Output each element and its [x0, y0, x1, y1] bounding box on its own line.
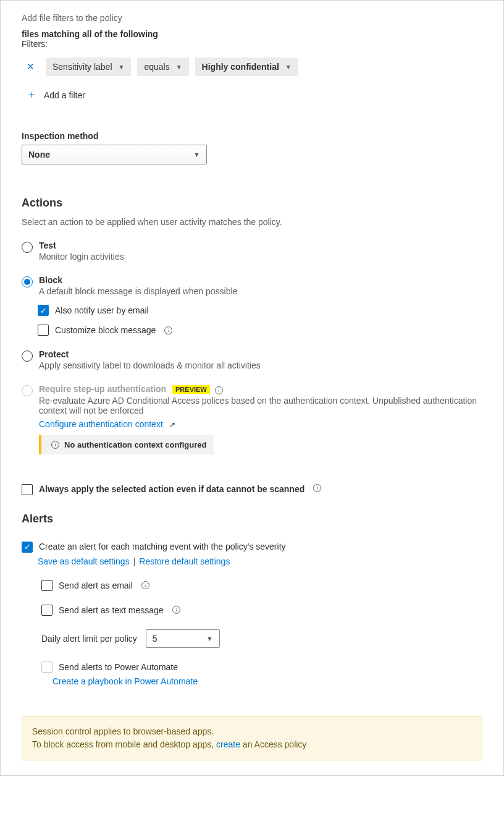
option-test-title: Test [39, 240, 124, 250]
info-icon[interactable]: i [172, 606, 180, 614]
actions-heading: Actions [22, 197, 482, 210]
restore-default-link[interactable]: Restore default settings [139, 556, 230, 566]
radio-block[interactable] [22, 276, 33, 287]
chevron-down-icon: ▼ [119, 64, 125, 70]
info-icon[interactable]: i [215, 386, 223, 394]
add-filter-button[interactable]: ＋ Add a filter [27, 88, 482, 101]
info-icon[interactable]: i [164, 326, 172, 334]
notify-email-label: Also notify user by email [55, 305, 149, 315]
note-line2-prefix: To block access from mobile and desktop … [32, 739, 216, 749]
inspection-method-value: None [28, 150, 50, 160]
filter-op-label: equals [144, 62, 169, 72]
condition-label: files matching all of the following [22, 29, 482, 39]
radio-test[interactable] [22, 242, 33, 253]
add-filter-label: Add a filter [44, 90, 85, 100]
chevron-down-icon: ▼ [193, 151, 200, 158]
option-test-desc: Monitor login activities [39, 252, 124, 262]
chevron-down-icon: ▼ [176, 64, 182, 70]
daily-limit-value: 5 [153, 634, 158, 644]
create-access-policy-link[interactable]: create [216, 739, 240, 749]
checkbox-always-apply[interactable] [22, 484, 33, 495]
customize-message-label: Customize block message [55, 325, 156, 335]
checkbox-create-alert[interactable]: ✓ [22, 542, 33, 553]
option-stepup-desc: Re-evaluate Azure AD Conditional Access … [39, 396, 482, 415]
auth-warning: No authentication context configured [64, 440, 206, 449]
preview-badge: PREVIEW [172, 385, 210, 394]
option-block-desc: A default block message is displayed whe… [39, 286, 237, 296]
create-alert-label: Create an alert for each matching event … [39, 542, 286, 551]
info-icon[interactable]: i [313, 484, 321, 492]
filter-op-dropdown[interactable]: equals ▼ [137, 57, 188, 76]
option-protect-title: Protect [39, 349, 261, 359]
filter-value-label: Highly confidential [202, 62, 279, 72]
filters-subtitle: Filters: [22, 39, 482, 49]
info-icon: i [51, 441, 59, 449]
radio-stepup [22, 385, 33, 396]
radio-protect[interactable] [22, 351, 33, 362]
power-automate-label: Send alerts to Power Automate [59, 662, 178, 672]
checkbox-notify-email[interactable]: ✓ [38, 305, 49, 316]
create-playbook-link[interactable]: Create a playbook in Power Automate [52, 676, 198, 686]
chevron-down-icon: ▼ [285, 64, 292, 70]
send-email-label: Send alert as email [59, 581, 133, 590]
checkbox-send-email[interactable] [41, 580, 52, 591]
info-icon[interactable]: i [141, 581, 149, 589]
daily-limit-label: Daily alert limit per policy [41, 634, 137, 644]
checkbox-customize-message[interactable] [38, 325, 49, 336]
filters-header: Add file filters to the policy [22, 13, 482, 23]
checkbox-power-automate[interactable] [41, 661, 52, 673]
daily-limit-select[interactable]: 5 ▼ [146, 629, 220, 648]
external-link-icon: ↗ [169, 420, 175, 429]
close-icon[interactable]: ✕ [22, 59, 40, 75]
note-line2-suffix: an Access policy [240, 739, 306, 749]
filter-field-dropdown[interactable]: Sensitivity label ▼ [46, 57, 131, 76]
session-control-note: Session control applies to browser-based… [22, 716, 482, 760]
inspection-method-label: Inspection method [22, 131, 482, 141]
filter-field-label: Sensitivity label [52, 62, 112, 72]
save-default-link[interactable]: Save as default settings [38, 556, 130, 566]
send-text-label: Send alert as text message [59, 605, 164, 615]
always-apply-label: Always apply the selected action even if… [39, 484, 304, 494]
checkbox-send-text[interactable] [41, 605, 52, 616]
actions-desc: Select an action to be applied when user… [22, 217, 482, 227]
plus-icon: ＋ [27, 88, 36, 101]
option-protect-desc: Apply sensitivity label to downloads & m… [39, 360, 261, 370]
inspection-method-select[interactable]: None ▼ [22, 145, 207, 164]
configure-auth-link[interactable]: Configure authentication context [39, 419, 163, 429]
alerts-heading: Alerts [22, 513, 482, 525]
filter-value-dropdown[interactable]: Highly confidential ▼ [195, 57, 298, 76]
option-block-title: Block [39, 275, 237, 285]
option-stepup-title: Require step-up authentication [39, 384, 166, 394]
chevron-down-icon: ▼ [206, 635, 213, 642]
note-line1: Session control applies to browser-based… [32, 725, 472, 738]
